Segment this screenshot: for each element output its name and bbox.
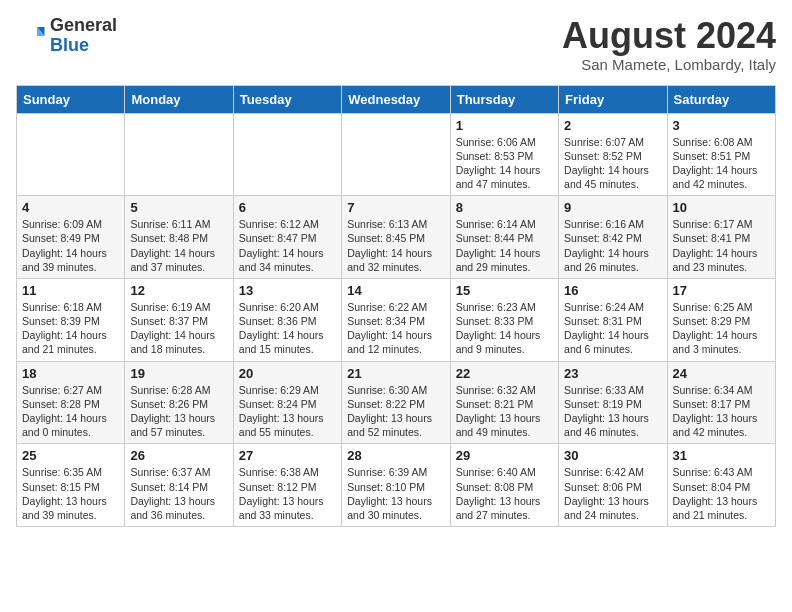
cell-day-number: 30	[564, 448, 661, 463]
cell-day-number: 24	[673, 366, 770, 381]
calendar-cell: 28Sunrise: 6:39 AMSunset: 8:10 PMDayligh…	[342, 444, 450, 527]
weekday-header-wednesday: Wednesday	[342, 85, 450, 113]
cell-day-number: 21	[347, 366, 444, 381]
cell-info: Sunrise: 6:08 AMSunset: 8:51 PMDaylight:…	[673, 135, 770, 192]
cell-day-number: 18	[22, 366, 119, 381]
cell-day-number: 5	[130, 200, 227, 215]
cell-day-number: 13	[239, 283, 336, 298]
cell-day-number: 19	[130, 366, 227, 381]
cell-info: Sunrise: 6:24 AMSunset: 8:31 PMDaylight:…	[564, 300, 661, 357]
weekday-header-sunday: Sunday	[17, 85, 125, 113]
cell-info: Sunrise: 6:33 AMSunset: 8:19 PMDaylight:…	[564, 383, 661, 440]
month-title: August 2024	[562, 16, 776, 56]
cell-info: Sunrise: 6:06 AMSunset: 8:53 PMDaylight:…	[456, 135, 553, 192]
calendar-cell: 22Sunrise: 6:32 AMSunset: 8:21 PMDayligh…	[450, 361, 558, 444]
cell-day-number: 22	[456, 366, 553, 381]
calendar-cell: 5Sunrise: 6:11 AMSunset: 8:48 PMDaylight…	[125, 196, 233, 279]
cell-info: Sunrise: 6:18 AMSunset: 8:39 PMDaylight:…	[22, 300, 119, 357]
cell-day-number: 29	[456, 448, 553, 463]
cell-day-number: 26	[130, 448, 227, 463]
cell-day-number: 25	[22, 448, 119, 463]
cell-day-number: 20	[239, 366, 336, 381]
cell-info: Sunrise: 6:29 AMSunset: 8:24 PMDaylight:…	[239, 383, 336, 440]
weekday-header-saturday: Saturday	[667, 85, 775, 113]
cell-info: Sunrise: 6:27 AMSunset: 8:28 PMDaylight:…	[22, 383, 119, 440]
calendar-cell: 18Sunrise: 6:27 AMSunset: 8:28 PMDayligh…	[17, 361, 125, 444]
calendar-table: SundayMondayTuesdayWednesdayThursdayFrid…	[16, 85, 776, 527]
weekday-header-row: SundayMondayTuesdayWednesdayThursdayFrid…	[17, 85, 776, 113]
cell-info: Sunrise: 6:22 AMSunset: 8:34 PMDaylight:…	[347, 300, 444, 357]
logo-blue-text: Blue	[50, 36, 117, 56]
calendar-cell: 3Sunrise: 6:08 AMSunset: 8:51 PMDaylight…	[667, 113, 775, 196]
calendar-cell: 17Sunrise: 6:25 AMSunset: 8:29 PMDayligh…	[667, 278, 775, 361]
calendar-cell: 13Sunrise: 6:20 AMSunset: 8:36 PMDayligh…	[233, 278, 341, 361]
calendar-cell: 30Sunrise: 6:42 AMSunset: 8:06 PMDayligh…	[559, 444, 667, 527]
calendar-cell: 7Sunrise: 6:13 AMSunset: 8:45 PMDaylight…	[342, 196, 450, 279]
cell-day-number: 4	[22, 200, 119, 215]
cell-info: Sunrise: 6:16 AMSunset: 8:42 PMDaylight:…	[564, 217, 661, 274]
calendar-cell: 14Sunrise: 6:22 AMSunset: 8:34 PMDayligh…	[342, 278, 450, 361]
cell-day-number: 8	[456, 200, 553, 215]
calendar-cell: 6Sunrise: 6:12 AMSunset: 8:47 PMDaylight…	[233, 196, 341, 279]
cell-info: Sunrise: 6:14 AMSunset: 8:44 PMDaylight:…	[456, 217, 553, 274]
calendar-cell: 2Sunrise: 6:07 AMSunset: 8:52 PMDaylight…	[559, 113, 667, 196]
cell-info: Sunrise: 6:37 AMSunset: 8:14 PMDaylight:…	[130, 465, 227, 522]
cell-day-number: 10	[673, 200, 770, 215]
week-row-1: 1Sunrise: 6:06 AMSunset: 8:53 PMDaylight…	[17, 113, 776, 196]
header: General Blue August 2024 San Mamete, Lom…	[16, 16, 776, 73]
cell-day-number: 3	[673, 118, 770, 133]
logo-text: General Blue	[50, 16, 117, 56]
calendar-cell	[342, 113, 450, 196]
cell-info: Sunrise: 6:19 AMSunset: 8:37 PMDaylight:…	[130, 300, 227, 357]
calendar-cell: 23Sunrise: 6:33 AMSunset: 8:19 PMDayligh…	[559, 361, 667, 444]
cell-info: Sunrise: 6:43 AMSunset: 8:04 PMDaylight:…	[673, 465, 770, 522]
cell-info: Sunrise: 6:11 AMSunset: 8:48 PMDaylight:…	[130, 217, 227, 274]
calendar-cell: 21Sunrise: 6:30 AMSunset: 8:22 PMDayligh…	[342, 361, 450, 444]
calendar-cell	[233, 113, 341, 196]
week-row-3: 11Sunrise: 6:18 AMSunset: 8:39 PMDayligh…	[17, 278, 776, 361]
cell-info: Sunrise: 6:30 AMSunset: 8:22 PMDaylight:…	[347, 383, 444, 440]
logo-icon	[16, 21, 46, 51]
calendar-cell: 15Sunrise: 6:23 AMSunset: 8:33 PMDayligh…	[450, 278, 558, 361]
calendar-cell: 1Sunrise: 6:06 AMSunset: 8:53 PMDaylight…	[450, 113, 558, 196]
calendar-cell: 8Sunrise: 6:14 AMSunset: 8:44 PMDaylight…	[450, 196, 558, 279]
cell-day-number: 27	[239, 448, 336, 463]
cell-info: Sunrise: 6:23 AMSunset: 8:33 PMDaylight:…	[456, 300, 553, 357]
cell-info: Sunrise: 6:25 AMSunset: 8:29 PMDaylight:…	[673, 300, 770, 357]
cell-info: Sunrise: 6:39 AMSunset: 8:10 PMDaylight:…	[347, 465, 444, 522]
calendar-cell: 10Sunrise: 6:17 AMSunset: 8:41 PMDayligh…	[667, 196, 775, 279]
logo: General Blue	[16, 16, 117, 56]
cell-info: Sunrise: 6:20 AMSunset: 8:36 PMDaylight:…	[239, 300, 336, 357]
weekday-header-tuesday: Tuesday	[233, 85, 341, 113]
cell-day-number: 9	[564, 200, 661, 215]
calendar-cell	[125, 113, 233, 196]
cell-info: Sunrise: 6:38 AMSunset: 8:12 PMDaylight:…	[239, 465, 336, 522]
weekday-header-thursday: Thursday	[450, 85, 558, 113]
cell-info: Sunrise: 6:42 AMSunset: 8:06 PMDaylight:…	[564, 465, 661, 522]
cell-day-number: 31	[673, 448, 770, 463]
cell-day-number: 15	[456, 283, 553, 298]
weekday-header-monday: Monday	[125, 85, 233, 113]
cell-day-number: 6	[239, 200, 336, 215]
calendar-cell: 9Sunrise: 6:16 AMSunset: 8:42 PMDaylight…	[559, 196, 667, 279]
cell-info: Sunrise: 6:09 AMSunset: 8:49 PMDaylight:…	[22, 217, 119, 274]
cell-info: Sunrise: 6:32 AMSunset: 8:21 PMDaylight:…	[456, 383, 553, 440]
cell-info: Sunrise: 6:17 AMSunset: 8:41 PMDaylight:…	[673, 217, 770, 274]
location-subtitle: San Mamete, Lombardy, Italy	[562, 56, 776, 73]
cell-info: Sunrise: 6:12 AMSunset: 8:47 PMDaylight:…	[239, 217, 336, 274]
cell-day-number: 16	[564, 283, 661, 298]
cell-info: Sunrise: 6:07 AMSunset: 8:52 PMDaylight:…	[564, 135, 661, 192]
week-row-5: 25Sunrise: 6:35 AMSunset: 8:15 PMDayligh…	[17, 444, 776, 527]
weekday-header-friday: Friday	[559, 85, 667, 113]
cell-day-number: 12	[130, 283, 227, 298]
cell-day-number: 17	[673, 283, 770, 298]
calendar-cell: 31Sunrise: 6:43 AMSunset: 8:04 PMDayligh…	[667, 444, 775, 527]
calendar-cell: 26Sunrise: 6:37 AMSunset: 8:14 PMDayligh…	[125, 444, 233, 527]
cell-info: Sunrise: 6:28 AMSunset: 8:26 PMDaylight:…	[130, 383, 227, 440]
cell-info: Sunrise: 6:35 AMSunset: 8:15 PMDaylight:…	[22, 465, 119, 522]
title-area: August 2024 San Mamete, Lombardy, Italy	[562, 16, 776, 73]
calendar-cell: 16Sunrise: 6:24 AMSunset: 8:31 PMDayligh…	[559, 278, 667, 361]
calendar-cell: 11Sunrise: 6:18 AMSunset: 8:39 PMDayligh…	[17, 278, 125, 361]
calendar-cell: 25Sunrise: 6:35 AMSunset: 8:15 PMDayligh…	[17, 444, 125, 527]
calendar-cell: 29Sunrise: 6:40 AMSunset: 8:08 PMDayligh…	[450, 444, 558, 527]
